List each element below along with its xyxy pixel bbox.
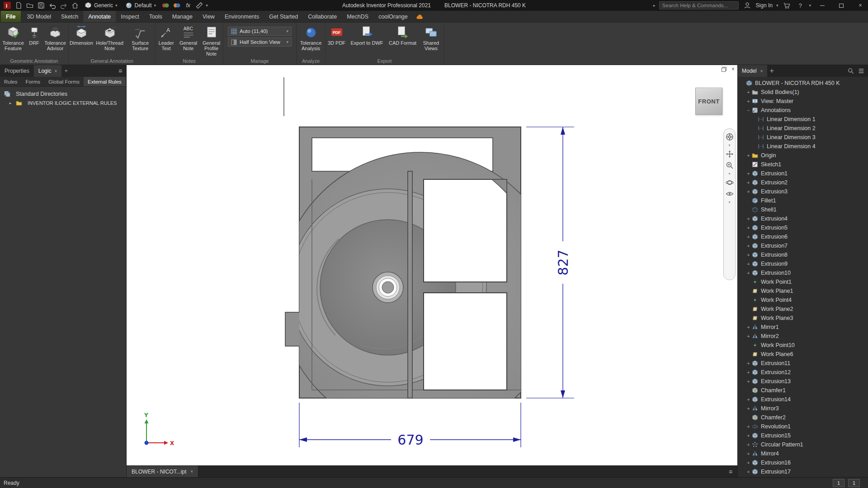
tree-item-sketch1[interactable]: Sketch1	[738, 160, 868, 169]
ribbon-tab-3d-model[interactable]: 3D Model	[22, 11, 57, 22]
tree-expander-icon[interactable]: +	[745, 451, 751, 456]
ribbon-tab-get-started[interactable]: Get Started	[264, 11, 303, 22]
new-file-icon[interactable]	[14, 0, 24, 10]
sign-in-button[interactable]: Sign In	[756, 2, 773, 9]
subtab-global-forms[interactable]: Global Forms	[44, 77, 84, 86]
tree-item-work-point1[interactable]: Work Point1	[738, 277, 868, 286]
tree-item-revolution1[interactable]: +Revolution1	[738, 422, 868, 431]
close-icon[interactable]: ×	[54, 69, 57, 74]
chevron-down-icon[interactable]: ▾	[728, 201, 730, 204]
tree-item-linear-dimension-4[interactable]: Linear Dimension 4	[738, 142, 868, 151]
tree-item-linear-dimension-3[interactable]: Linear Dimension 3	[738, 133, 868, 142]
tree-item-extrusion12[interactable]: +Extrusion12	[738, 368, 868, 377]
navigation-wheel-icon[interactable]	[726, 133, 734, 141]
tree-expander-icon[interactable]: +	[745, 370, 751, 375]
ribbon-tab-manage[interactable]: Manage	[167, 11, 198, 22]
tree-expander-icon[interactable]: +	[745, 397, 751, 402]
tree-item-chamfer1[interactable]: Chamfer1	[738, 386, 868, 395]
tab-logic[interactable]: Logic ×	[34, 65, 62, 77]
tree-item-linear-dimension-2[interactable]: Linear Dimension 2	[738, 124, 868, 133]
general-profile-note-button[interactable]: General Profile Note	[200, 24, 223, 57]
3d-pdf-button[interactable]: PDF 3D PDF	[326, 24, 347, 57]
document-tab[interactable]: BLOWER - NICOT...ipt ×	[127, 466, 198, 477]
leader-text-button[interactable]: A Leader Text	[156, 24, 177, 57]
tree-item-origin[interactable]: +Origin	[738, 151, 868, 160]
tree-expander-icon[interactable]: +	[745, 361, 751, 366]
general-note-button[interactable]: ABC General Note	[178, 24, 199, 57]
tree-expander-icon[interactable]: +	[745, 460, 751, 465]
tree-item-extrusion7[interactable]: +Extrusion7	[738, 241, 868, 250]
tree-expander-icon[interactable]: +	[745, 261, 751, 267]
tree-item-mirror1[interactable]: +Mirror1	[738, 323, 868, 332]
ribbon-tab-mechds[interactable]: MechDS	[342, 11, 373, 22]
tree-item-extrusion11[interactable]: +Extrusion11	[738, 359, 868, 368]
minimize-button[interactable]	[815, 0, 830, 11]
tree-expander-icon[interactable]: +	[745, 216, 751, 221]
close-icon[interactable]: ×	[760, 69, 763, 74]
tree-item-solid-bodies-1[interactable]: +Solid Bodies(1)	[738, 88, 868, 97]
appearance-dropdown[interactable]: Default ▾	[122, 1, 160, 10]
half-section-view-dropdown[interactable]: Half Section View ▾	[228, 38, 292, 47]
tree-expander-icon[interactable]: +	[745, 270, 751, 276]
tree-expander-icon[interactable]: +	[745, 433, 751, 438]
tree-expander-icon[interactable]: +	[745, 243, 751, 249]
tree-item-extrusion3[interactable]: +Extrusion3	[738, 187, 868, 196]
standard-directories-row[interactable]: Standard Directories	[0, 89, 126, 99]
tree-expander-icon[interactable]: +	[745, 324, 751, 330]
tree-item-chamfer2[interactable]: Chamfer2	[738, 413, 868, 422]
look-at-icon[interactable]	[726, 190, 734, 198]
tree-item-blower-nicotra-rdh-450-k[interactable]: BLOWER - NICOTRA RDH 450 K	[738, 79, 868, 88]
tree-item-extrusion8[interactable]: +Extrusion8	[738, 250, 868, 259]
ribbon-tab-inspect[interactable]: Inspect	[116, 11, 144, 22]
inventor-logo[interactable]: I	[2, 0, 12, 10]
tree-item-linear-dimension-1[interactable]: Linear Dimension 1	[738, 115, 868, 124]
tree-item-mirror2[interactable]: +Mirror2	[738, 332, 868, 341]
annotation-scale-dropdown[interactable]: Auto (11,40) ▾	[228, 27, 292, 36]
tree-item-work-point4[interactable]: Work Point4	[738, 296, 868, 305]
tolerance-analysis-button[interactable]: Tolerance Analysis	[297, 24, 325, 57]
tree-expander-icon[interactable]: +	[745, 171, 751, 176]
tree-expander-icon[interactable]: +	[745, 442, 751, 447]
save-icon[interactable]	[36, 0, 46, 10]
tree-item-mirror3[interactable]: +Mirror3	[738, 404, 868, 413]
add-browser-tab-button[interactable]: +	[770, 65, 774, 77]
tree-expander-icon[interactable]: −	[745, 108, 751, 113]
collapse-arrow-icon[interactable]: ▸	[653, 3, 656, 8]
tree-expander-icon[interactable]: +	[745, 424, 751, 429]
ribbon-tab-tools[interactable]: Tools	[144, 11, 167, 22]
zoom-icon[interactable]	[726, 161, 734, 169]
tree-expander-icon[interactable]: +	[745, 406, 751, 411]
panel-menu-icon[interactable]: ≡	[114, 65, 126, 77]
coolorange-cloud-icon[interactable]	[413, 11, 426, 22]
dimension-button[interactable]: Dimension	[69, 24, 94, 57]
tree-item-circular-pattern1[interactable]: +Circular Pattern1	[738, 440, 868, 449]
close-button[interactable]: ×	[853, 0, 868, 11]
tree-item-work-plane6[interactable]: Work Plane6	[738, 350, 868, 359]
tree-expander-icon[interactable]: +	[745, 469, 751, 474]
ribbon-tab-file[interactable]: File	[1, 11, 21, 22]
tree-item-extrusion1[interactable]: +Extrusion1	[738, 169, 868, 178]
ribbon-tab-environments[interactable]: Environments	[220, 11, 264, 22]
maximize-button[interactable]	[834, 0, 849, 11]
tree-expander-icon[interactable]: +	[745, 225, 751, 230]
tree-item-extrusion14[interactable]: +Extrusion14	[738, 395, 868, 404]
tolerance-feature-button[interactable]: Tolerance Feature	[0, 24, 26, 57]
help-icon[interactable]: ?	[795, 0, 805, 10]
material-dropdown[interactable]: Generic ▾	[81, 1, 121, 10]
pan-icon[interactable]	[726, 150, 734, 158]
tree-item-extrusion2[interactable]: +Extrusion2	[738, 178, 868, 187]
fx-icon[interactable]: fx	[183, 0, 193, 10]
tree-item-extrusion16[interactable]: +Extrusion16	[738, 458, 868, 467]
chevron-down-icon[interactable]: ▾	[728, 144, 730, 147]
search-input[interactable]	[659, 1, 739, 9]
tree-expander-icon[interactable]: +	[745, 379, 751, 384]
tree-item-extrusion15[interactable]: +Extrusion15	[738, 431, 868, 440]
tree-item-annotations[interactable]: −Annotations	[738, 106, 868, 115]
tree-item-extrusion5[interactable]: +Extrusion5	[738, 223, 868, 232]
tree-item-shell1[interactable]: Shell1	[738, 205, 868, 214]
tree-item-work-plane2[interactable]: Work Plane2	[738, 305, 868, 314]
tree-expander-icon[interactable]: +	[745, 189, 751, 194]
redo-icon[interactable]	[59, 0, 69, 10]
undo-icon[interactable]	[47, 0, 57, 10]
subtab-rules[interactable]: Rules	[0, 77, 21, 86]
